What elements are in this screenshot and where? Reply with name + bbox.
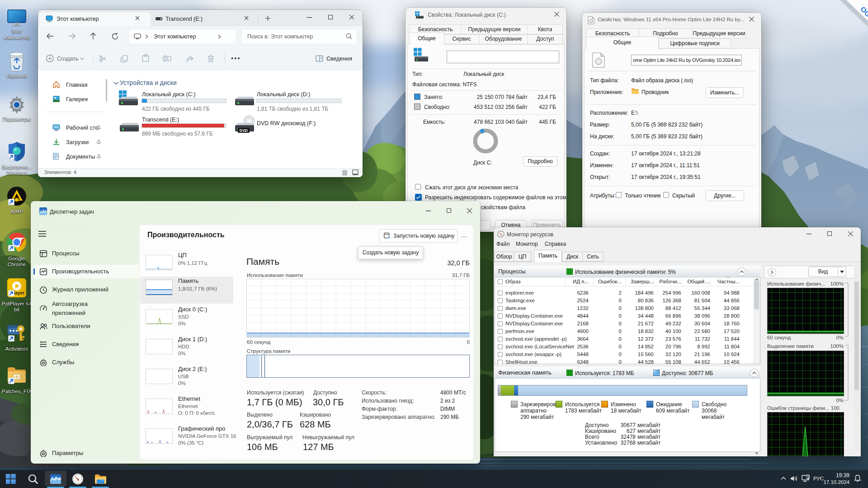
svg-text:DVD: DVD [240,128,248,133]
